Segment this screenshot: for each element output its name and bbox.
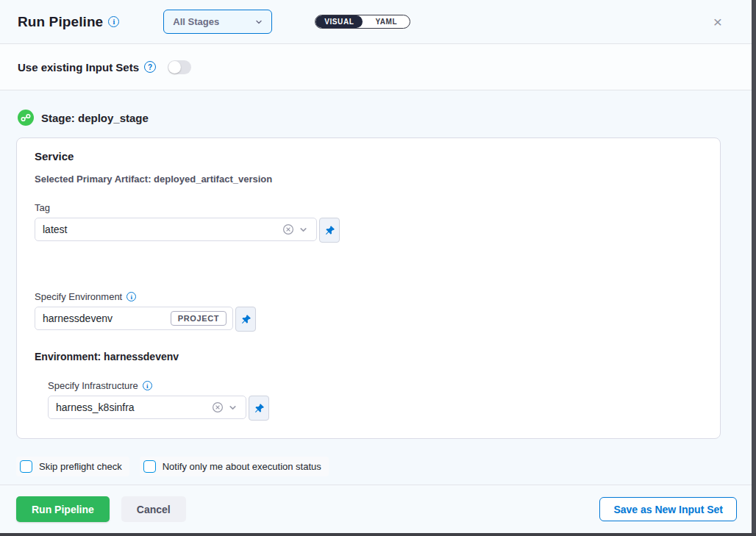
notify-only-me-checkbox[interactable] (143, 460, 156, 473)
environment-label-text: Specify Environment (35, 291, 122, 302)
input-sets-toggle[interactable] (168, 60, 191, 74)
chevron-down-icon (255, 18, 263, 26)
tag-input[interactable] (43, 224, 281, 235)
chevron-down-icon[interactable] (225, 404, 240, 412)
notify-only-me-option[interactable]: Notify only me about execution status (140, 457, 329, 476)
modal-footer: Run Pipeline Cancel Save as New Input Se… (0, 485, 756, 536)
pin-button[interactable] (249, 396, 269, 421)
info-icon[interactable]: i (108, 16, 119, 27)
info-icon[interactable]: i (126, 292, 136, 301)
environment-input-wrapper: PROJECT (35, 307, 233, 330)
pin-icon (240, 314, 252, 325)
infrastructure-label-text: Specify Infrastructure (48, 380, 138, 391)
infrastructure-block: Specify Infrastructure i (48, 380, 702, 421)
page-title: Run Pipeline (18, 14, 103, 30)
stage-label: Stage: deploy_stage (41, 112, 149, 124)
pin-button[interactable] (319, 218, 340, 243)
infrastructure-input-row (48, 396, 702, 421)
execution-options: Skip preflight check Notify only me abou… (16, 457, 740, 476)
background-page-edge-bottom (0, 533, 756, 536)
clear-icon[interactable] (281, 224, 296, 235)
save-as-new-input-set-button[interactable]: Save as New Input Set (599, 497, 737, 521)
visual-yaml-toggle: VISUAL YAML (315, 15, 410, 29)
stage-row: Stage: deploy_stage (16, 110, 740, 126)
pin-icon (254, 403, 265, 414)
tag-field-label: Tag (35, 202, 702, 213)
input-sets-section: Use existing Input Sets ? (0, 44, 756, 90)
infrastructure-input[interactable] (56, 401, 210, 413)
environment-heading: Environment: harnessdevenv (35, 351, 702, 362)
run-pipeline-modal: Run Pipeline i All Stages VISUAL YAML × … (0, 0, 756, 536)
help-icon[interactable]: ? (144, 61, 156, 73)
selected-artifact-line: Selected Primary Artifact: deployed_arti… (35, 174, 702, 185)
info-icon[interactable]: i (143, 381, 152, 390)
skip-preflight-checkbox[interactable] (20, 460, 32, 473)
tag-input-wrapper (35, 218, 317, 241)
pin-icon (324, 225, 335, 236)
cancel-button[interactable]: Cancel (121, 496, 186, 522)
tag-label-text: Tag (35, 202, 50, 213)
modal-header: Run Pipeline i All Stages VISUAL YAML × (0, 0, 756, 44)
stage-selector-value: All Stages (173, 16, 255, 27)
run-pipeline-button[interactable]: Run Pipeline (16, 496, 110, 522)
infrastructure-field-label: Specify Infrastructure i (48, 380, 702, 391)
pin-button[interactable] (235, 307, 256, 332)
service-card-title: Service (35, 150, 702, 162)
chevron-down-icon[interactable] (296, 226, 310, 234)
skip-preflight-label: Skip preflight check (39, 461, 122, 472)
notify-only-me-label: Notify only me about execution status (163, 461, 321, 472)
toggle-knob (168, 61, 181, 74)
input-sets-label: Use existing Input Sets (18, 61, 139, 74)
skip-preflight-option[interactable]: Skip preflight check (16, 457, 129, 476)
environment-block: Specify Environment i PROJECT Environmen… (35, 291, 702, 421)
cd-stage-icon (18, 110, 34, 126)
tab-yaml[interactable]: YAML (363, 15, 410, 28)
background-page-edge-right (752, 0, 756, 536)
stage-selector-dropdown[interactable]: All Stages (163, 10, 272, 34)
tab-visual[interactable]: VISUAL (315, 15, 363, 28)
environment-field-label: Specify Environment i (35, 291, 702, 302)
main-content: Stage: deploy_stage Service Selected Pri… (0, 90, 756, 485)
infrastructure-input-wrapper (48, 396, 246, 419)
service-card: Service Selected Primary Artifact: deplo… (16, 137, 721, 439)
environment-input-row: PROJECT (35, 307, 702, 332)
scope-badge: PROJECT (171, 311, 227, 326)
close-icon[interactable]: × (709, 12, 727, 31)
environment-input[interactable] (43, 312, 165, 324)
tag-input-row (35, 218, 702, 243)
clear-icon[interactable] (210, 401, 225, 413)
